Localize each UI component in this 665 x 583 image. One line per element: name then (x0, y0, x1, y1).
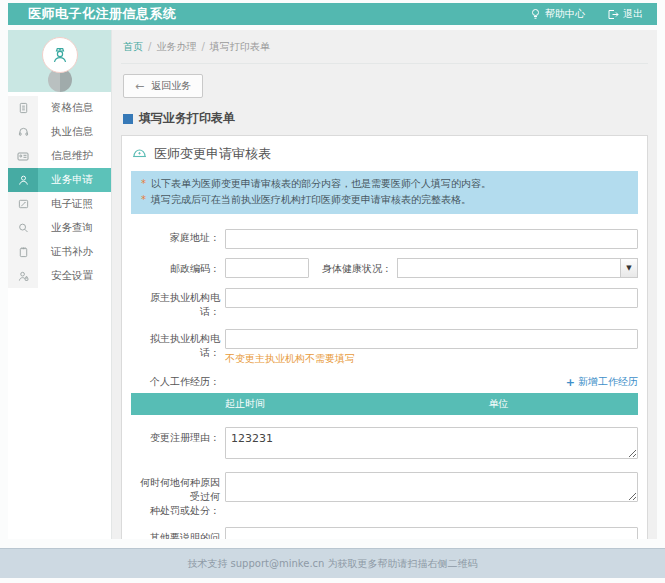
doctor-icon (50, 45, 70, 65)
help-center-link[interactable]: 帮助中心 (530, 7, 585, 21)
sidebar-item-label: 业务申请 (38, 168, 111, 192)
chevron-down-icon: ▼ (620, 259, 637, 277)
back-button-label: 返回业务 (151, 79, 191, 93)
home-address-row: 家庭地址： (131, 227, 638, 249)
card-header: 医师变更申请审核表 (122, 136, 647, 169)
sidebar-item-practice-info[interactable]: 执业信息 (8, 120, 111, 144)
health-status-value (398, 259, 620, 277)
new-org-phone-row: 拟主执业机构电话： 不变更主执业机构不需要填写 (131, 328, 638, 367)
sidebar-item-info-maintenance[interactable]: 信息维护 (8, 144, 111, 168)
postal-code-label: 邮政编码： (131, 258, 225, 278)
asterisk-icon: * (141, 192, 146, 208)
logout-link[interactable]: 退出 (607, 7, 643, 21)
work-history-label: 个人工作经历： (131, 371, 225, 389)
health-status-select[interactable]: ▼ (397, 258, 638, 278)
change-reason-textarea[interactable]: 123231 (225, 427, 638, 459)
sidebar-item-security-settings[interactable]: 安全设置 (8, 264, 111, 288)
main-shell: 资格信息 执业信息 信息维护 业务申请 电子证照 (8, 30, 657, 539)
column-header-unit: 单位 (359, 393, 638, 415)
user-icon (8, 168, 38, 192)
sidebar-item-label: 信息维护 (38, 144, 111, 168)
change-reason-label: 变更注册理由： (131, 427, 225, 463)
sidebar-item-business-application[interactable]: 业务申请 (8, 168, 111, 192)
doctor-cap-icon (132, 147, 147, 162)
notice-text-2: 填写完成后可在当前执业医疗机构打印医师变更申请审核表的完整表格。 (151, 192, 471, 208)
punishment-textarea[interactable] (225, 472, 638, 502)
breadcrumb-separator: / (148, 41, 151, 52)
work-history-header-row: 起止时间 单位 (131, 393, 638, 415)
change-reason-row: 变更注册理由： 123231 (131, 427, 638, 463)
home-address-label: 家庭地址： (131, 227, 225, 249)
sidebar-item-label: 安全设置 (38, 264, 111, 288)
breadcrumb-home[interactable]: 首页 (123, 41, 143, 52)
application-form: 家庭地址： 邮政编码： 身体健康状况： ▼ (122, 214, 647, 539)
license-icon (8, 192, 38, 216)
back-arrow-icon: ← (135, 81, 144, 92)
asterisk-icon: * (141, 176, 146, 192)
breadcrumb-current: 填写打印表单 (210, 41, 270, 52)
page-footer: 技术支持 support@minke.cn 为获取更多帮助请扫描右侧二维码 (0, 548, 665, 578)
logout-label: 退出 (623, 7, 643, 21)
bottom-gap (0, 578, 665, 583)
punishment-row: 何时何地何种原因受过何 种处罚或处分： (131, 472, 638, 518)
logout-icon (607, 9, 619, 20)
page-title: 填写业务打印表单 (123, 110, 646, 127)
orig-org-phone-row: 原主执业机构电话： (131, 287, 638, 319)
notice-line: * 以下表单为医师变更申请审核表的部分内容，也是需要医师个人填写的内容。 (141, 176, 628, 192)
sidebar-item-label: 资格信息 (38, 96, 111, 120)
orig-org-phone-input[interactable] (225, 288, 638, 308)
other-issues-row: 其他要说明的问题： (131, 527, 638, 539)
column-header-time-range: 起止时间 (131, 393, 359, 415)
notice-line: * 填写完成后可在当前执业医疗机构打印医师变更申请审核表的完整表格。 (141, 192, 628, 208)
content-area: 首页/业务办理/填写打印表单 ← 返回业务 填写业务打印表单 医师变更申请审核表… (112, 30, 657, 539)
help-center-label: 帮助中心 (545, 7, 585, 21)
work-history-table: 起止时间 单位 (131, 393, 638, 415)
sidebar-item-qualification-info[interactable]: 资格信息 (8, 96, 111, 120)
breadcrumb-business[interactable]: 业务办理 (156, 41, 196, 52)
other-issues-textarea[interactable] (225, 527, 638, 539)
notice-text-1: 以下表单为医师变更申请审核表的部分内容，也是需要医师个人填写的内容。 (151, 176, 491, 192)
card-title: 医师变更申请审核表 (154, 145, 271, 163)
sidebar-item-label: 电子证照 (38, 192, 111, 216)
postal-health-row: 邮政编码： 身体健康状况： ▼ (131, 258, 638, 278)
page-root: 医师电子化注册信息系统 帮助中心 退出 (0, 0, 665, 583)
doctor-avatar (42, 37, 78, 73)
idcard-icon (8, 144, 38, 168)
sidebar-item-business-query[interactable]: 业务查询 (8, 216, 111, 240)
postal-code-input[interactable] (225, 258, 309, 278)
person-lock-icon (8, 264, 38, 288)
new-org-phone-hint: 不变更主执业机构不需要填写 (225, 352, 638, 366)
sidebar-item-label: 执业信息 (38, 120, 111, 144)
new-org-phone-input[interactable] (225, 329, 638, 349)
orig-org-phone-label: 原主执业机构电话： (131, 287, 225, 319)
support-text: 技术支持 support@minke.cn 为获取更多帮助请扫描右侧二维码 (187, 557, 477, 571)
sidebar-item-electronic-license[interactable]: 电子证照 (8, 192, 111, 216)
sidebar-item-certificate-reissue[interactable]: 证书补办 (8, 240, 111, 264)
lightbulb-icon (530, 8, 541, 20)
top-bar: 医师电子化注册信息系统 帮助中心 退出 (8, 3, 657, 25)
notice-box: * 以下表单为医师变更申请审核表的部分内容，也是需要医师个人填写的内容。 * 填… (131, 171, 638, 214)
back-to-business-button[interactable]: ← 返回业务 (123, 74, 203, 98)
add-work-history-label: 新增工作经历 (578, 375, 638, 389)
app-title: 医师电子化注册信息系统 (28, 5, 177, 23)
punishment-label: 何时何地何种原因受过何 种处罚或处分： (131, 472, 225, 518)
home-address-input[interactable] (225, 229, 638, 249)
notebook-icon (8, 240, 38, 264)
avatar-block (8, 30, 111, 92)
work-history-row: 个人工作经历： + 新增工作经历 (131, 371, 638, 389)
other-issues-label: 其他要说明的问题： (131, 527, 225, 539)
plus-icon: + (566, 376, 575, 389)
breadcrumb: 首页/业务办理/填写打印表单 (121, 37, 648, 64)
headset-icon (8, 120, 38, 144)
form-card: 医师变更申请审核表 * 以下表单为医师变更申请审核表的部分内容，也是需要医师个人… (121, 135, 648, 539)
add-work-history-link[interactable]: + 新增工作经历 (566, 375, 638, 389)
sidebar-item-label: 证书补办 (38, 240, 111, 264)
new-org-phone-label: 拟主执业机构电话： (131, 328, 225, 367)
sidebar-menu: 资格信息 执业信息 信息维护 业务申请 电子证照 (8, 96, 111, 288)
search-icon (8, 216, 38, 240)
sidebar: 资格信息 执业信息 信息维护 业务申请 电子证照 (8, 30, 112, 539)
page-title-text: 填写业务打印表单 (139, 110, 235, 127)
file-icon (8, 96, 38, 120)
square-bullet-icon (123, 114, 133, 124)
health-status-label: 身体健康状况： (309, 258, 397, 276)
